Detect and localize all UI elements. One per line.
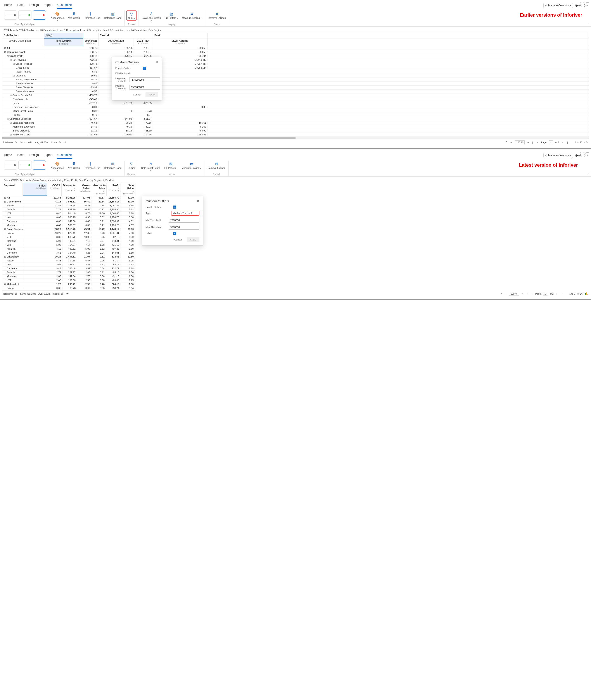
toggle-off[interactable]: Off xyxy=(575,4,582,7)
data-label-config-button[interactable]: ＡData Label Config▾ xyxy=(140,161,161,173)
table-row[interactable]: Sales Markdown-5.44-4.55-4-8.57 xyxy=(2,89,589,93)
table-row[interactable]: Paseo0.910.6565.760.970.36258.740.54 xyxy=(2,287,135,290)
remove-lollipop-button[interactable]: ⊠Remove Lollipop xyxy=(207,10,227,20)
table-row[interactable]: Amarilla9.947.73589.1910.5310.922,208.30… xyxy=(2,208,135,212)
gear-icon[interactable]: ⚙ xyxy=(500,292,502,295)
table-row[interactable]: VTT8.246.40514.408.7511.501,840.656.68 xyxy=(2,212,135,215)
table-row[interactable]: Carretera6.084.68349.866.430.111,398.994… xyxy=(2,219,135,224)
outlier-button-selected[interactable]: ▽Outlier xyxy=(126,10,136,20)
table-row[interactable]: Freight-0.77-0.70-1.54 xyxy=(2,113,589,117)
expand-icon[interactable]: ⤢ xyxy=(583,151,585,154)
gear-icon[interactable]: ⚙ xyxy=(505,141,508,144)
min-threshold-input[interactable] xyxy=(169,218,199,222)
table-row[interactable]: ⊟Gross Revenue886.92828.74883.14865.711,… xyxy=(2,62,589,66)
table-row[interactable]: Paseo5.275.35304.645.570.26-81.743.25 xyxy=(2,259,135,263)
apply-button[interactable]: Apply xyxy=(145,92,158,97)
table-row[interactable]: ⊟Sales and Marketing-59.48-45.68-78.24-7… xyxy=(2,121,589,125)
tab-export[interactable]: Export xyxy=(43,2,53,9)
ribbon-more-icon[interactable]: ﹀ xyxy=(587,22,590,25)
expand-icon[interactable]: ⤢ xyxy=(583,1,585,4)
reference-line-button[interactable]: ⎸Reference Line xyxy=(82,161,102,170)
table-row[interactable]: VTT2.302.40199.062.503.50-89.081.75 xyxy=(2,278,135,282)
table-row[interactable]: Raw Materials-266.68-245.47-263.28-535.3… xyxy=(2,98,589,101)
zoom-out[interactable]: − xyxy=(504,293,507,295)
table-row[interactable]: Pricing Adjustments-41.46-38.21-41.-88.1… xyxy=(2,78,589,82)
page-number[interactable]: 1 xyxy=(543,292,547,296)
filter-icon[interactable]: ▿ xyxy=(580,1,581,4)
powerbi-icon[interactable] xyxy=(585,293,588,295)
table-row[interactable]: ⊟Operating Profit151.70153.75135.13133.5… xyxy=(2,50,589,54)
reference-band-button[interactable]: ▥Reference Band xyxy=(103,10,123,20)
info-icon[interactable]: i xyxy=(584,4,588,7)
tab-customize[interactable]: Customize xyxy=(57,152,72,159)
table-row[interactable]: ⊟All151.70153.75135.13133.57269.50 xyxy=(2,46,589,50)
eye-off-icon[interactable]: 👁 xyxy=(66,293,69,295)
measure-scaling-button[interactable]: ⇄Measure Scaling ▾ xyxy=(180,161,202,170)
table-row[interactable]: Velo6.415.98764.277.171.68431.104.20 xyxy=(2,243,135,247)
table-row[interactable]: ⊟Enterprise19.6120.231,457.3121.079.51-6… xyxy=(2,255,135,259)
ribbon-more-icon[interactable]: ﹀ xyxy=(587,172,590,175)
chart-thumb-2[interactable] xyxy=(18,161,31,170)
chart-thumb-3-selected[interactable] xyxy=(33,161,46,170)
table-row[interactable]: ⊟Gross Profit375.22358.42379.15364.56781… xyxy=(2,54,589,58)
axis-config-button[interactable]: ⇵Axis Config xyxy=(66,161,81,170)
zoom-out[interactable]: − xyxy=(510,141,512,144)
table-row[interactable]: Carretera3.913.56364.494.280.04348.013.6… xyxy=(2,251,135,255)
info-icon[interactable]: i xyxy=(584,153,588,157)
toggle-off[interactable]: Off xyxy=(575,154,582,157)
page-prev[interactable]: ‹ xyxy=(531,293,533,295)
cancel-button[interactable]: Cancel xyxy=(130,92,144,97)
tab-design[interactable]: Design xyxy=(29,152,39,159)
table-row[interactable]: Other Direct Costs-0.44-0.33-0-0.73 xyxy=(2,109,589,113)
tab-customize[interactable]: Customize xyxy=(57,2,72,9)
appearance-button[interactable]: 🎨Appearance▾ xyxy=(50,10,65,23)
apply-button[interactable]: Apply xyxy=(187,237,199,242)
table-row[interactable]: Purchase Price Variance-0.06-0.010.09 xyxy=(2,105,589,109)
eye-off-icon[interactable]: 👁 xyxy=(64,141,66,144)
page-first[interactable]: |‹ xyxy=(526,293,529,295)
chart-thumb-1[interactable] xyxy=(4,10,17,20)
table-row[interactable]: ⊟All118.73101.839,205.25127.9367.5316,89… xyxy=(2,196,135,200)
chart-thumb-3-selected[interactable] xyxy=(33,10,46,20)
zoom-level[interactable]: 100 % xyxy=(509,292,519,296)
close-icon[interactable]: ✕ xyxy=(197,199,199,203)
data-label-config-button[interactable]: ＡData Label Config▾ xyxy=(140,10,162,23)
axis-config-button[interactable]: ⇵Axis Config xyxy=(66,10,81,20)
table-row[interactable]: ⊟Net Revenue810.70762.13811.27794.701,64… xyxy=(2,58,589,62)
tab-insert[interactable]: Insert xyxy=(16,2,25,9)
page-next[interactable]: › xyxy=(556,293,558,295)
outlier-button[interactable]: ▽Outlier xyxy=(126,161,136,170)
appearance-button[interactable]: 🎨Appearance▾ xyxy=(50,161,65,173)
table-row[interactable]: ⊟Cost of Goods Sold-435.48-403.70-432.12… xyxy=(2,93,589,98)
close-icon[interactable]: ✕ xyxy=(155,60,158,64)
more-icon[interactable]: ⋯ xyxy=(586,1,589,4)
positive-threshold-input[interactable] xyxy=(130,85,160,89)
table-row[interactable]: ⊟Government52.5041.123,898.8156.4029.141… xyxy=(2,200,135,204)
zoom-in[interactable]: + xyxy=(521,293,524,295)
filter-icon[interactable]: ▿ xyxy=(580,151,581,154)
page-last[interactable]: ›| xyxy=(560,293,563,295)
page-next[interactable]: › xyxy=(562,141,564,144)
table-row[interactable]: Carretera3.203.43365.483.570.04-222.711.… xyxy=(2,267,135,271)
page-prev[interactable]: ‹ xyxy=(537,141,539,144)
table-row[interactable]: ⊟Discounts-76.21-66.61-71.8-153.80 xyxy=(2,74,589,78)
label-checkbox[interactable]: ✓ xyxy=(173,232,176,235)
table-row[interactable]: Velo7.816.06533.958.355.521,756.735.36 xyxy=(2,215,135,219)
page-first[interactable]: |‹ xyxy=(532,141,534,144)
table-row[interactable]: Montana5.554.42539.676.090.211,126.204.5… xyxy=(2,224,135,228)
table-row[interactable]: Montana2.612.65141.342.760.06-31.101.50 xyxy=(2,274,135,278)
more-icon[interactable]: ⋯ xyxy=(586,151,589,154)
manage-columns-button[interactable]: ⎚ Manage Columns ▾ xyxy=(543,3,573,8)
chart-thumb-2[interactable] xyxy=(18,10,31,20)
table-row[interactable]: Gross Sales892.79834.57889.07870.941,808… xyxy=(2,66,589,70)
table-row[interactable]: VTT9.348.36689.7010.035.25982.156.30 xyxy=(2,235,135,239)
cancel-button[interactable]: Cancel xyxy=(171,237,185,242)
type-select[interactable]: Min/Max Threshold⌄ xyxy=(171,211,199,215)
table-row[interactable]: Marketing Expenses-36.59-34.49-40.10-39.… xyxy=(2,125,589,129)
zoom-in[interactable]: + xyxy=(527,141,529,144)
table-row[interactable]: Velo3.583.67237.513.822.52-84.762.63 xyxy=(2,263,135,267)
disable-label-checkbox[interactable] xyxy=(143,72,146,75)
remove-lollipop-button[interactable]: ⊠Remove Lollipop xyxy=(206,161,227,170)
table-row[interactable]: Montana6.675.93443.017.120.07743.314.50 xyxy=(2,239,135,243)
reference-line-button[interactable]: ⎸Reference Line xyxy=(82,10,102,20)
